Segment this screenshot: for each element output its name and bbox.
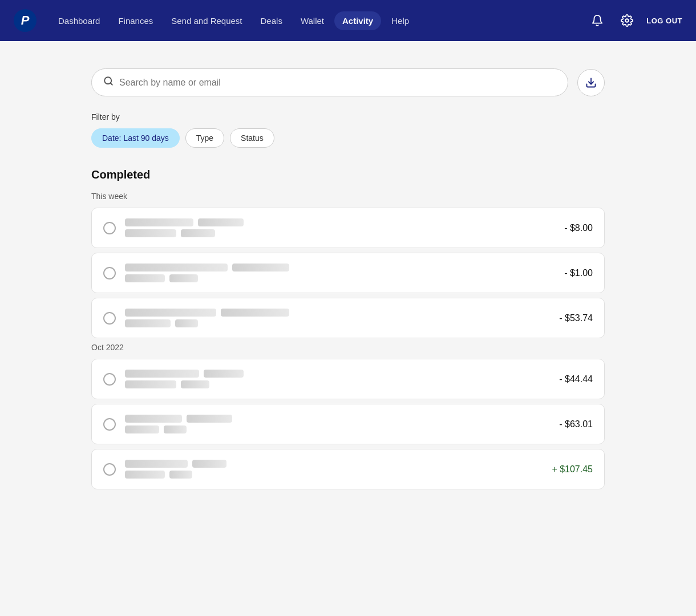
filter-chip-status[interactable]: Status xyxy=(230,128,274,148)
blurred-text xyxy=(125,415,182,423)
transaction-info xyxy=(125,415,550,433)
filter-chips: Date: Last 90 daysTypeStatus xyxy=(91,128,605,148)
search-icon xyxy=(103,76,114,89)
blurred-text xyxy=(164,425,187,433)
blurred-row xyxy=(125,370,550,378)
svg-line-2 xyxy=(110,83,112,84)
logout-button[interactable]: LOG OUT xyxy=(646,17,682,25)
nav-link-help[interactable]: Help xyxy=(383,11,417,30)
transaction-amount: + $107.45 xyxy=(552,464,593,475)
blurred-text xyxy=(181,380,209,388)
nav-link-dashboard[interactable]: Dashboard xyxy=(50,11,108,30)
transaction-radio[interactable] xyxy=(103,267,116,279)
search-wrapper xyxy=(91,68,568,96)
blurred-text xyxy=(125,274,165,282)
completed-section: Completed This week- $8.00- $1.00- $53.7… xyxy=(91,168,605,489)
transaction-info xyxy=(125,370,550,388)
transaction-item[interactable]: - $44.44 xyxy=(91,359,605,399)
blurred-text xyxy=(125,264,228,271)
logo: P xyxy=(14,9,37,32)
blurred-text xyxy=(125,370,199,378)
nav-link-activity[interactable]: Activity xyxy=(334,11,381,30)
filter-chip-type[interactable]: Type xyxy=(185,128,224,148)
blurred-text xyxy=(125,460,188,468)
transaction-amount: - $53.74 xyxy=(559,313,593,323)
transaction-amount: - $63.01 xyxy=(559,419,593,429)
blurred-text xyxy=(198,218,244,226)
nav-link-send-and-request[interactable]: Send and Request xyxy=(163,11,250,30)
period-section: Oct 2022- $44.44- $63.01+ $107.45 xyxy=(91,343,605,489)
blurred-text xyxy=(125,319,171,327)
blurred-text xyxy=(204,370,244,378)
blurred-row xyxy=(125,415,550,423)
download-icon xyxy=(585,77,597,88)
filter-section: Filter by Date: Last 90 daysTypeStatus xyxy=(91,112,605,148)
blurred-text xyxy=(125,309,216,317)
transaction-item[interactable]: - $8.00 xyxy=(91,208,605,248)
blurred-text xyxy=(125,425,159,433)
transaction-amount: - $8.00 xyxy=(564,223,593,233)
filter-chip-date-last-90-days[interactable]: Date: Last 90 days xyxy=(91,128,180,148)
nav-links: DashboardFinancesSend and RequestDealsWa… xyxy=(50,11,585,30)
blurred-row xyxy=(125,319,550,327)
blurred-text xyxy=(221,309,289,317)
blurred-row xyxy=(125,264,555,271)
transaction-info xyxy=(125,309,550,327)
transaction-radio[interactable] xyxy=(103,312,116,325)
transaction-item[interactable]: + $107.45 xyxy=(91,449,605,489)
blurred-text xyxy=(175,319,198,327)
blurred-text xyxy=(125,471,165,479)
transaction-radio[interactable] xyxy=(103,373,116,386)
filter-label: Filter by xyxy=(91,112,605,121)
transaction-info xyxy=(125,264,555,282)
transaction-info xyxy=(125,460,543,479)
transaction-item[interactable]: - $1.00 xyxy=(91,253,605,293)
section-heading: Completed xyxy=(91,168,605,181)
transaction-amount: - $44.44 xyxy=(559,374,593,384)
transaction-item[interactable]: - $63.01 xyxy=(91,404,605,444)
periods-container: This week- $8.00- $1.00- $53.74Oct 2022-… xyxy=(91,192,605,489)
blurred-text xyxy=(232,264,289,271)
period-section: This week- $8.00- $1.00- $53.74 xyxy=(91,192,605,338)
nav-link-deals[interactable]: Deals xyxy=(253,11,290,30)
blurred-row xyxy=(125,309,550,317)
blurred-text xyxy=(187,415,232,423)
main-nav: P DashboardFinancesSend and RequestDeals… xyxy=(0,0,696,41)
transaction-radio[interactable] xyxy=(103,418,116,431)
nav-right: LOG OUT xyxy=(587,10,682,31)
blurred-text xyxy=(169,274,198,282)
blurred-text xyxy=(125,218,193,226)
blurred-text xyxy=(181,229,215,237)
transaction-item[interactable]: - $53.74 xyxy=(91,298,605,338)
blurred-row xyxy=(125,218,555,226)
blurred-row xyxy=(125,471,543,479)
main-content: Filter by Date: Last 90 daysTypeStatus C… xyxy=(80,41,616,528)
paypal-logo-icon: P xyxy=(14,9,37,32)
blurred-row xyxy=(125,274,555,282)
transaction-radio[interactable] xyxy=(103,222,116,234)
blurred-text xyxy=(125,380,176,388)
settings-button[interactable] xyxy=(617,10,637,31)
transaction-radio[interactable] xyxy=(103,463,116,476)
nav-link-finances[interactable]: Finances xyxy=(110,11,161,30)
blurred-row xyxy=(125,425,550,433)
period-label: Oct 2022 xyxy=(91,343,605,352)
blurred-row xyxy=(125,380,550,388)
search-row xyxy=(91,68,605,96)
search-input[interactable] xyxy=(119,78,556,88)
transaction-amount: - $1.00 xyxy=(564,268,593,278)
transaction-info xyxy=(125,218,555,237)
svg-point-0 xyxy=(626,19,629,22)
blurred-text xyxy=(169,471,192,479)
download-button[interactable] xyxy=(577,69,605,96)
period-label: This week xyxy=(91,192,605,201)
nav-link-wallet[interactable]: Wallet xyxy=(293,11,332,30)
blurred-text xyxy=(192,460,226,468)
blurred-row xyxy=(125,460,543,468)
blurred-text xyxy=(125,229,176,237)
notifications-button[interactable] xyxy=(587,10,608,31)
blurred-row xyxy=(125,229,555,237)
